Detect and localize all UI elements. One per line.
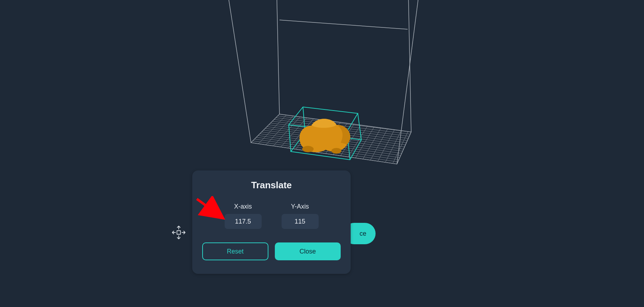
svg-line-9 xyxy=(279,20,408,29)
fields-row: X-axis Y-Axis xyxy=(225,203,319,229)
svg-line-4 xyxy=(276,0,279,114)
model-3d xyxy=(299,119,350,154)
scene-svg xyxy=(52,0,593,185)
svg-line-1 xyxy=(226,0,251,143)
panel-title: Translate xyxy=(251,180,292,191)
svg-line-48 xyxy=(289,125,291,152)
move-icon[interactable] xyxy=(171,225,187,240)
y-axis-label: Y-Axis xyxy=(291,203,309,210)
x-axis-input[interactable] xyxy=(225,214,262,229)
reset-button[interactable]: Reset xyxy=(202,242,268,260)
close-button[interactable]: Close xyxy=(275,242,341,260)
svg-point-53 xyxy=(331,148,341,154)
svg-line-50 xyxy=(358,113,361,140)
svg-point-52 xyxy=(302,146,314,152)
translate-panel: Translate X-axis Y-Axis Reset Close xyxy=(192,170,351,274)
y-axis-input[interactable] xyxy=(282,214,319,229)
hidden-action-label: ce xyxy=(360,230,366,237)
x-axis-label: X-axis xyxy=(234,203,252,210)
svg-rect-54 xyxy=(177,231,180,234)
x-field: X-axis xyxy=(225,203,262,229)
y-field: Y-Axis xyxy=(282,203,319,229)
button-row: Reset Close xyxy=(201,242,342,260)
